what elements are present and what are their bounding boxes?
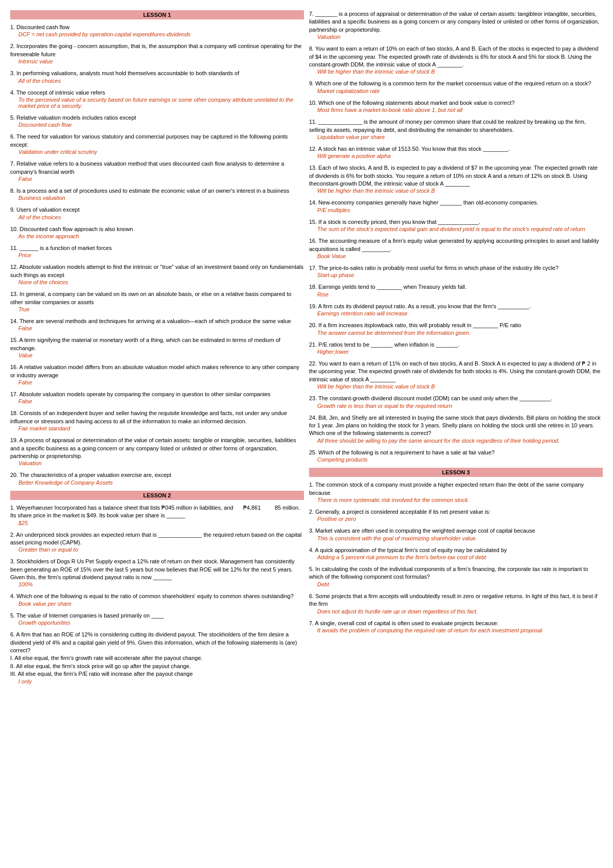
- l3q2-answer: Positive or zero: [309, 516, 603, 522]
- l3q3-answer: This is consistent with the goal of maxi…: [309, 535, 603, 541]
- q17-block: 17. Absolute valuation models operate by…: [10, 391, 304, 404]
- rq8-answer: Will be higher than the intrinsic value …: [309, 68, 603, 75]
- q1-block: 1. Discounted cash flow DCF = net cash p…: [10, 24, 304, 37]
- lesson3-header: LESSON 3: [309, 468, 603, 477]
- l2q4-text: 4. Which one of the following is equal t…: [10, 593, 294, 599]
- rq12-block: 12. A stock has an intrinsic value of 15…: [309, 145, 603, 159]
- rq14-block: 14. New-economy companies generally have…: [309, 199, 603, 213]
- l3q5-text: 5. In calculating the costs of the indiv…: [309, 566, 588, 580]
- q16-block: 16. A relative valuation model differs f…: [10, 363, 304, 385]
- l2q1-text: 1. Weyerhaeuser Incorporated has a balan…: [10, 505, 233, 511]
- rq22-text: 22. You want to earn a return of 11% on …: [309, 360, 600, 382]
- l3q4-text: 4. A quick approximation of the typical …: [309, 547, 507, 553]
- rq15-block: 15. If a stock is correctly priced, then…: [309, 218, 603, 232]
- l3q6-text: 6. Some projects that a firm accepts wil…: [309, 593, 597, 607]
- rq11-block: 11. ______________ is the amount of mone…: [309, 118, 603, 140]
- rq9-answer: Market capitalization rate: [309, 88, 603, 94]
- q8-block: 8. Is a process and a set of procedures …: [10, 187, 304, 201]
- page: LESSON 1 1. Discounted cash flow DCF = n…: [0, 0, 613, 698]
- rq23-answer: Growth rate is less than or equal to the…: [309, 403, 603, 409]
- rq8-block: 8. You want to earn a return of 10% on e…: [309, 45, 603, 75]
- rq21-block: 21. P/E ratios tend to be _______ when i…: [309, 341, 603, 355]
- rq8-text: 8. You want to earn a return of 10% on e…: [309, 45, 598, 67]
- lesson2-header: LESSON 2: [10, 491, 304, 500]
- q10-text: 10. Discounted cash flow approach is als…: [10, 226, 133, 232]
- l3q2-block: 2. Generally, a project is considered ac…: [309, 508, 603, 522]
- q6-block: 6. The need for valuation for various st…: [10, 133, 304, 155]
- l2q6-answer: I only: [10, 678, 304, 684]
- rq18-answer: Rise: [309, 291, 603, 298]
- q11-block: 11. ______ is a function of market force…: [10, 244, 304, 258]
- q7-block: 7. Relative value refers to a business v…: [10, 160, 304, 182]
- l3q6-answer: Does not adjust its hurdle rate up or do…: [309, 608, 603, 614]
- rq25-block: 25. Which of the following is not a requ…: [309, 449, 603, 463]
- rq10-answer: Most firms have a market-to-book ratio a…: [309, 107, 603, 113]
- rq20-answer: The answer cannot be determined from the…: [309, 330, 603, 336]
- q20-answer: Better Knowledge of Company Assets: [10, 479, 304, 486]
- q13-text: 13. In general, a company can be valued …: [10, 291, 291, 305]
- q12-block: 12. Absolute valuation models attempt to…: [10, 263, 304, 285]
- l2q6-text: 6. A firm that has an ROE of 12% is cons…: [10, 631, 297, 677]
- rq20-text: 20. If a firm increases itsplowback rati…: [309, 322, 521, 328]
- q2-block: 2. Incorporates the going - concern assu…: [10, 42, 304, 64]
- rq17-answer: Start-up phase: [309, 272, 603, 278]
- q5-answer: Discounted cash flow: [10, 122, 304, 128]
- lesson1-header: LESSON 1: [10, 10, 304, 19]
- q15-text: 15. A term signifying the material or mo…: [10, 337, 280, 351]
- l2q5-answer: Growth opportunities: [10, 620, 304, 626]
- rq24-answer: All three should be willing to pay the s…: [309, 438, 603, 444]
- rq21-answer: Higher;lower: [309, 349, 603, 355]
- left-column: LESSON 1 1. Discounted cash flow DCF = n…: [10, 10, 304, 688]
- rq22-answer: Will be higher than the intrinsic value …: [309, 383, 603, 390]
- q11-answer: Price: [10, 252, 304, 258]
- rq20-block: 20. If a firm increases itsplowback rati…: [309, 322, 603, 335]
- q4-text: 4. The concept of intrinsic value refers: [10, 89, 105, 96]
- rq16-block: 16. The accounting measure of a firm's e…: [309, 237, 603, 259]
- l3q1-text: 1. The common stock of a company must pr…: [309, 482, 584, 495]
- rq14-answer: P/E multiples: [309, 207, 603, 213]
- l3q6-block: 6. Some projects that a firm accepts wil…: [309, 592, 603, 614]
- q9-text: 9. Users of valuation except: [10, 207, 80, 213]
- rq12-text: 12. A stock has an intrinsic value of 15…: [309, 146, 510, 152]
- q1-answer: DCF = net cash provided by operation-cap…: [10, 31, 304, 37]
- l3q4-block: 4. A quick approximation of the typical …: [309, 546, 603, 560]
- q8-text: 8. Is a process and a set of procedures …: [10, 188, 289, 194]
- q4-block: 4. The concept of intrinsic value refers…: [10, 89, 304, 109]
- rq16-answer: Book Value: [309, 253, 603, 259]
- rq19-answer: Earnings retention ratio will increase: [309, 310, 603, 316]
- l2q3-block: 3. Stockholders of Dogs R Us Pet Supply …: [10, 558, 304, 587]
- l3q7-answer: It avoids the problem of computing the r…: [309, 627, 603, 633]
- rq25-answer: Competing products: [309, 456, 603, 463]
- q4-answer: To the perceived value of a security bas…: [10, 97, 304, 109]
- rq16-text: 16. The accounting measure of a firm's e…: [309, 238, 599, 252]
- l2q5-block: 5. The value of Internet companies is ba…: [10, 612, 304, 626]
- q14-block: 14. There are several methods and techni…: [10, 317, 304, 331]
- rq15-text: 15. If a stock is correctly priced, then…: [309, 219, 480, 225]
- rq23-block: 23. The constant-growth dividend discoun…: [309, 395, 603, 408]
- rq17-text: 17. The price-to-sales ratio is probably…: [309, 265, 558, 271]
- q16-answer: False: [10, 379, 304, 385]
- q20-text: 20. The characteristics of a proper valu…: [10, 472, 171, 478]
- q10-block: 10. Discounted cash flow approach is als…: [10, 225, 304, 239]
- q1-text: 1. Discounted cash flow: [10, 24, 69, 30]
- rq7-answer: Valuation: [309, 34, 603, 40]
- rq13-text: 13. Each of two stocks, A and B, is expe…: [309, 165, 598, 187]
- l2q1-answer: $25: [10, 520, 304, 526]
- l3q3-block: 3. Market values are often used in compu…: [309, 527, 603, 541]
- q18-answer: Fair market standard: [10, 425, 304, 431]
- right-column: 7. _______ is a process of appraisal or …: [309, 10, 603, 688]
- l3q4-answer: Adding a 5 percent risk premium to the f…: [309, 554, 603, 560]
- q18-block: 18. Consists of an independent buyer and…: [10, 409, 304, 431]
- rq15-answer: The sum of the stock's expected capital …: [309, 226, 603, 232]
- l3q7-block: 7. A single, overall cost of capital is …: [309, 620, 603, 633]
- q7-answer: False: [10, 176, 304, 182]
- l2q4-answer: Book value per share: [10, 601, 304, 607]
- l3q1-block: 1. The common stock of a company must pr…: [309, 481, 603, 503]
- q7-text: 7. Relative value refers to a business v…: [10, 161, 284, 174]
- q19-text: 19. A process of appraisal or determinat…: [10, 437, 296, 459]
- q6-text: 6. The need for valuation for various st…: [10, 133, 288, 147]
- q3-block: 3. In performing valuations, analysts mu…: [10, 70, 304, 83]
- q11-text: 11. ______ is a function of market force…: [10, 245, 112, 251]
- q17-answer: False: [10, 398, 304, 404]
- q5-block: 5. Relative valuation models includes ra…: [10, 114, 304, 128]
